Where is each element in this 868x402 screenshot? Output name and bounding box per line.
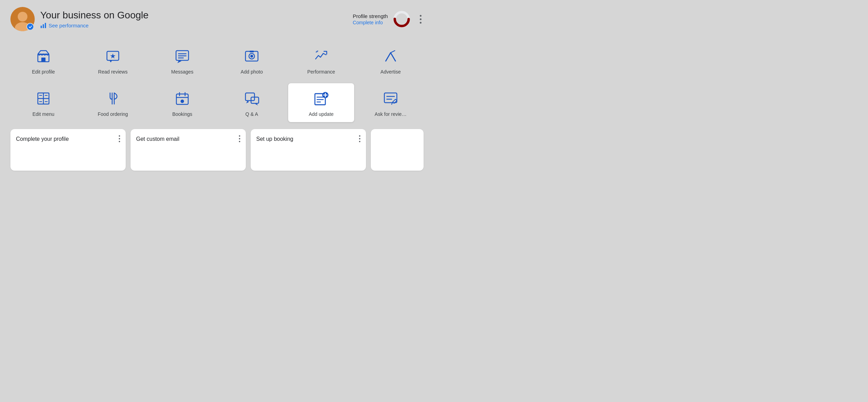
- advertise-label: Advertise: [381, 69, 401, 75]
- svg-rect-8: [41, 58, 45, 62]
- svg-point-20: [317, 51, 318, 52]
- calendar-icon: [174, 90, 191, 107]
- performance-chart-icon: [313, 48, 329, 65]
- svg-rect-45: [384, 93, 397, 103]
- store-icon: [35, 48, 52, 65]
- card-custom-email-more[interactable]: [237, 134, 242, 144]
- bar-chart-icon: [40, 22, 47, 28]
- page-title: Your business on Google: [40, 10, 149, 21]
- add-update-label: Add update: [309, 111, 334, 117]
- svg-point-17: [250, 55, 253, 58]
- svg-rect-2: [41, 26, 42, 28]
- food-ordering-icon-wrapper: [104, 89, 122, 108]
- edit-profile-icon-wrapper: [34, 47, 52, 65]
- card-complete-profile-more[interactable]: [117, 134, 122, 144]
- action-ask-review[interactable]: Ask for revie…: [358, 83, 424, 122]
- edit-profile-label: Edit profile: [32, 69, 55, 75]
- more-options-button[interactable]: [418, 12, 424, 26]
- qa-label: Q & A: [245, 111, 258, 117]
- svg-point-35: [181, 100, 184, 103]
- header-left: Your business on Google See performance: [10, 7, 149, 31]
- action-edit-profile[interactable]: Edit profile: [10, 41, 76, 80]
- profile-strength-block: Profile strength Complete info: [353, 10, 411, 28]
- read-reviews-icon-wrapper: [104, 47, 122, 65]
- action-qa[interactable]: Q & A: [219, 83, 285, 122]
- actions-row-2: Edit menu Food ordering: [10, 83, 424, 122]
- action-add-update[interactable]: Add update: [288, 83, 354, 122]
- card-complete-profile-title: Complete your profile: [16, 136, 69, 142]
- action-advertise[interactable]: Advertise: [358, 41, 424, 80]
- bookings-label: Bookings: [172, 111, 192, 117]
- card-setup-booking-title: Set up booking: [256, 136, 293, 142]
- svg-line-22: [391, 51, 395, 53]
- card-setup-booking[interactable]: Set up booking: [251, 129, 366, 171]
- header-title-block: Your business on Google See performance: [40, 10, 149, 28]
- menu-book-icon: [35, 90, 52, 107]
- page: Your business on Google See performance …: [0, 0, 434, 178]
- svg-point-0: [18, 12, 27, 22]
- profile-strength-donut: [393, 10, 411, 28]
- svg-marker-10: [110, 53, 115, 58]
- card-setup-booking-more[interactable]: [358, 134, 362, 144]
- action-edit-menu[interactable]: Edit menu: [10, 83, 76, 122]
- see-performance-link[interactable]: See performance: [40, 22, 149, 28]
- profile-strength-label: Profile strength: [353, 13, 388, 19]
- add-update-icon: [312, 89, 330, 108]
- add-update-icon-wrapper: [312, 89, 330, 108]
- verified-badge: [26, 23, 34, 31]
- advertise-icon-wrapper: [382, 47, 400, 65]
- cards-row: Complete your profile Get custom email S…: [10, 129, 424, 171]
- action-performance[interactable]: Performance: [288, 41, 354, 80]
- header-right: Profile strength Complete info: [353, 10, 424, 28]
- complete-info-link[interactable]: Complete info: [353, 20, 383, 25]
- edit-menu-icon-wrapper: [34, 89, 52, 108]
- action-food-ordering[interactable]: Food ordering: [80, 83, 146, 122]
- svg-rect-4: [45, 23, 46, 28]
- svg-rect-3: [43, 24, 44, 28]
- ask-review-icon: [382, 90, 399, 107]
- message-icon: [174, 48, 191, 65]
- add-photo-icon-wrapper: [243, 47, 261, 65]
- action-add-photo[interactable]: Add photo: [219, 41, 285, 80]
- profile-strength-text: Profile strength Complete info: [353, 13, 388, 25]
- card-custom-email-title: Get custom email: [136, 136, 179, 142]
- ask-review-icon-wrapper: [382, 89, 400, 108]
- read-reviews-label: Read reviews: [98, 69, 128, 75]
- card-custom-email[interactable]: Get custom email: [131, 129, 246, 171]
- donut-chart: [393, 10, 411, 28]
- food-icon: [105, 90, 121, 107]
- star-chat-icon: [105, 48, 121, 65]
- card-overflow: [371, 129, 424, 171]
- avatar-wrapper: [10, 7, 35, 31]
- action-messages[interactable]: Messages: [149, 41, 215, 80]
- ask-review-label: Ask for revie…: [375, 111, 407, 117]
- performance-label: Performance: [307, 69, 335, 75]
- qa-icon-wrapper: [243, 89, 261, 108]
- messages-icon-wrapper: [173, 47, 191, 65]
- header: Your business on Google See performance …: [10, 7, 424, 31]
- action-bookings[interactable]: Bookings: [149, 83, 215, 122]
- svg-point-19: [316, 52, 317, 53]
- photo-icon: [243, 48, 260, 65]
- food-ordering-label: Food ordering: [98, 111, 128, 117]
- performance-icon-wrapper: [312, 47, 330, 65]
- messages-label: Messages: [171, 69, 193, 75]
- svg-rect-18: [250, 51, 254, 52]
- checkmark-icon: [28, 25, 33, 29]
- card-complete-profile[interactable]: Complete your profile: [10, 129, 126, 171]
- add-photo-label: Add photo: [241, 69, 263, 75]
- advertise-icon: [382, 48, 399, 65]
- bookings-icon-wrapper: [173, 89, 191, 108]
- qa-icon: [243, 90, 260, 107]
- action-read-reviews[interactable]: Read reviews: [80, 41, 146, 80]
- actions-row-1: Edit profile Read reviews: [10, 41, 424, 80]
- edit-menu-label: Edit menu: [32, 111, 54, 117]
